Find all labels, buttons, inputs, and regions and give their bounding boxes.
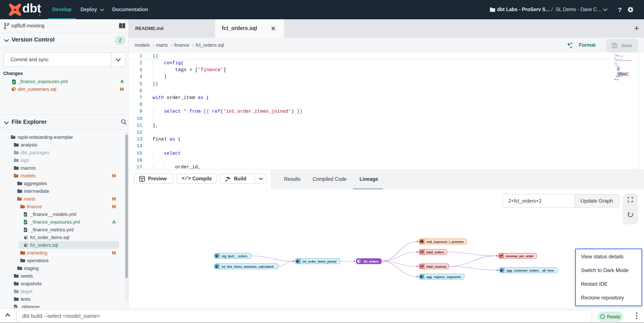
svg-text:stg_tpch__orders: stg_tpch__orders: [222, 254, 248, 258]
svg-text:fct_orders: fct_orders: [364, 260, 378, 263]
svg-text:int_line_items_amounts_calcula: int_line_items_amounts_calculated: [222, 265, 274, 268]
svg-text:agg_regions_segments: agg_regions_segments: [426, 275, 461, 279]
svg-text:revenue_per_order: revenue_per_order: [506, 254, 534, 258]
svg-text:real_exposure_i_promise: real_exposure_i_promise: [426, 240, 464, 244]
svg-text:int_order_items_joined: int_order_items_joined: [302, 260, 336, 263]
svg-text:total_orders: total_orders: [426, 250, 444, 254]
svg-text:total_revenue: total_revenue: [426, 265, 446, 268]
svg-text:agg_customer_orders__all_time: agg_customer_orders__all_time: [506, 269, 554, 272]
